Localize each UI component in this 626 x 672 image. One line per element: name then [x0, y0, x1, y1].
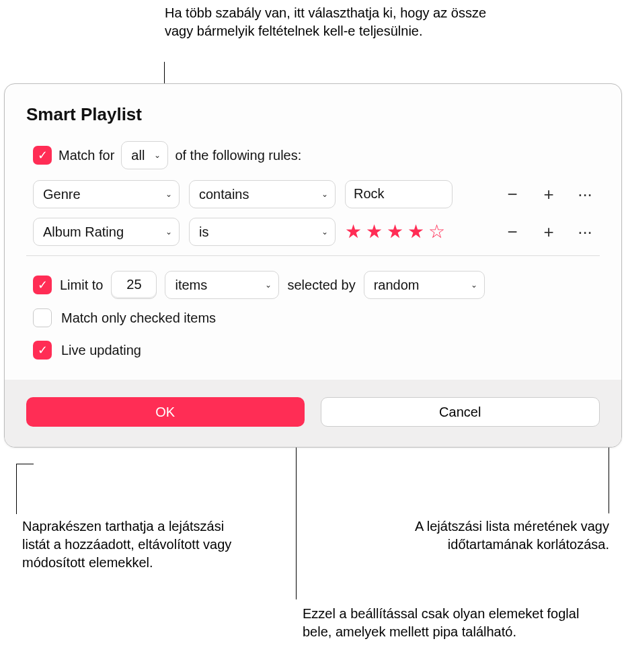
annotation-limit: A lejátszási lista méretének vagy időtar…	[354, 517, 609, 554]
limit-selected-by-value: random	[374, 278, 420, 293]
rule-field-select[interactable]: Genre ⌄	[33, 180, 180, 208]
plus-icon: +	[543, 222, 553, 243]
ok-button[interactable]: OK	[26, 397, 305, 427]
remove-rule-button[interactable]: −	[500, 220, 524, 244]
more-icon: ···	[578, 184, 592, 205]
star-icon: ★	[366, 222, 383, 241]
chevron-down-icon: ⌄	[471, 280, 477, 290]
more-rule-button[interactable]: ···	[573, 220, 597, 244]
live-updating-checkbox[interactable]: ✓	[33, 341, 52, 360]
limit-checkbox[interactable]: ✓	[33, 276, 52, 294]
chevron-down-icon: ⌄	[321, 190, 328, 199]
limit-unit-value: items	[175, 278, 207, 293]
rule-field-value: Album Rating	[43, 224, 124, 240]
annotation-match-mode: Ha több szabály van, itt választhatja ki…	[165, 4, 514, 40]
rule-field-select[interactable]: Album Rating ⌄	[33, 218, 180, 246]
rule-field-value: Genre	[43, 187, 81, 202]
match-prefix-label: Match for	[58, 148, 114, 163]
rule-value-stars[interactable]: ★ ★ ★ ★ ☆	[345, 222, 491, 241]
chevron-down-icon: ⌄	[165, 227, 172, 237]
rule-row: Genre ⌄ contains ⌄ Rock − + ···	[33, 180, 600, 208]
limit-selected-by-select[interactable]: random ⌄	[364, 271, 485, 299]
live-updating-label: Live updating	[61, 343, 141, 358]
plus-icon: +	[543, 184, 553, 205]
match-checked-checkbox[interactable]	[33, 308, 52, 327]
dialog-title: Smart Playlist	[26, 104, 600, 125]
chevron-down-icon: ⌄	[321, 227, 328, 237]
limit-count-input[interactable]: 25	[111, 271, 157, 299]
divider	[26, 255, 600, 256]
match-rules-row: ✓ Match for all ⌄ of the following rules…	[33, 141, 600, 169]
annotation-live-updating: Naprakészen tarthatja a lejátszási listá…	[22, 517, 244, 572]
check-icon: ✓	[38, 148, 48, 163]
star-icon: ★	[387, 222, 403, 241]
smart-playlist-dialog: Smart Playlist ✓ Match for all ⌄ of the …	[4, 83, 622, 448]
match-checked-label: Match only checked items	[61, 310, 216, 326]
leader-line	[16, 464, 17, 514]
match-suffix-label: of the following rules:	[175, 148, 301, 163]
star-icon: ☆	[428, 222, 445, 241]
rule-operator-select[interactable]: is ⌄	[189, 218, 336, 246]
star-icon: ★	[345, 222, 362, 241]
chevron-down-icon: ⌄	[165, 190, 172, 199]
limit-selected-by-label: selected by	[287, 278, 355, 293]
rule-operator-select[interactable]: contains ⌄	[189, 180, 336, 208]
limit-row: ✓ Limit to 25 items ⌄ selected by random…	[33, 271, 600, 299]
chevron-down-icon: ⌄	[265, 280, 272, 290]
leader-line	[296, 425, 297, 599]
limit-unit-select[interactable]: items ⌄	[165, 271, 279, 299]
rule-row: Album Rating ⌄ is ⌄ ★ ★ ★ ★ ☆ −	[33, 218, 600, 246]
more-icon: ···	[578, 222, 592, 243]
live-updating-row: ✓ Live updating	[33, 341, 600, 360]
minus-icon: −	[507, 222, 517, 243]
rule-operator-value: contains	[199, 187, 249, 202]
match-mode-select[interactable]: all ⌄	[121, 141, 168, 169]
chevron-down-icon: ⌄	[154, 151, 161, 160]
check-icon: ✓	[38, 343, 48, 358]
check-icon: ✓	[38, 278, 48, 292]
limit-prefix-label: Limit to	[60, 278, 103, 293]
cancel-button[interactable]: Cancel	[321, 397, 600, 427]
add-rule-button[interactable]: +	[537, 220, 561, 244]
minus-icon: −	[507, 184, 517, 205]
match-checkbox[interactable]: ✓	[33, 146, 52, 165]
match-checked-row: Match only checked items	[33, 308, 600, 327]
rules-list: Genre ⌄ contains ⌄ Rock − + ···	[33, 180, 600, 246]
dialog-footer: OK Cancel	[5, 380, 621, 447]
annotation-match-checked: Ezzel a beállítással csak olyan elemeket…	[303, 605, 598, 641]
more-rule-button[interactable]: ···	[573, 182, 597, 206]
match-mode-value: all	[131, 148, 145, 163]
add-rule-button[interactable]: +	[537, 182, 561, 206]
rule-value-input[interactable]: Rock	[345, 180, 453, 208]
star-icon: ★	[407, 222, 424, 241]
leader-line	[16, 464, 34, 464]
rule-operator-value: is	[199, 224, 208, 240]
remove-rule-button[interactable]: −	[500, 182, 524, 206]
